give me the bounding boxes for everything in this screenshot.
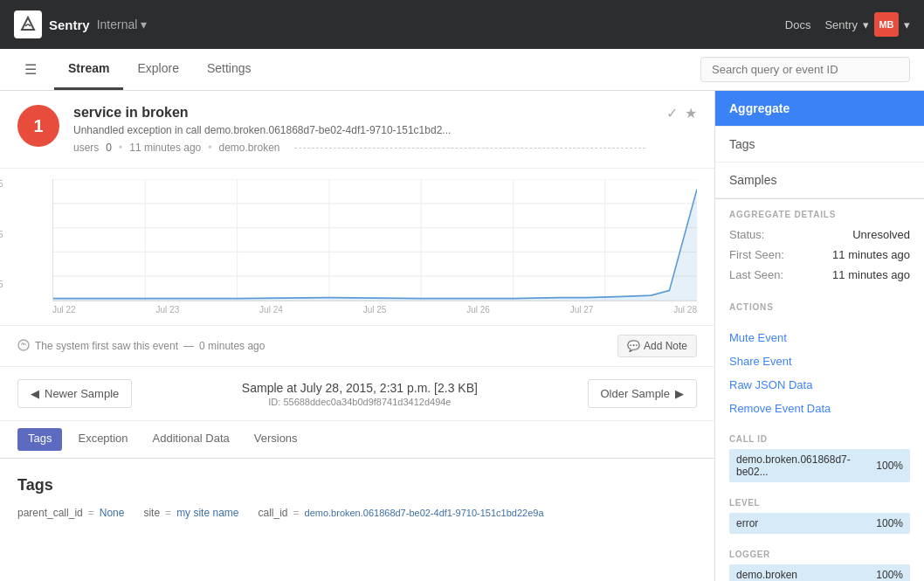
- search-input[interactable]: [700, 57, 910, 82]
- top-nav: Sentry Internal ▾ Docs Sentry ▾ MB ▾: [0, 0, 924, 49]
- sentry-logo[interactable]: Sentry: [14, 10, 90, 38]
- sidebar-nav-tags[interactable]: Tags: [715, 127, 924, 163]
- remove-event-action[interactable]: Remove Event Data: [729, 397, 910, 420]
- event-footer-left: The system first saw this event — 0 minu…: [17, 339, 265, 354]
- search-box: [700, 57, 910, 82]
- logger-label: LOGGER: [729, 550, 910, 559]
- issue-header: 1 service in broken Unhandled exception …: [0, 91, 714, 169]
- right-sidebar: Aggregate Tags Samples AGGREGATE DETAILS…: [714, 91, 924, 581]
- share-event-action[interactable]: Share Event: [729, 349, 910, 373]
- resolve-button[interactable]: ✓: [666, 105, 678, 121]
- issue-count-badge: 1: [17, 105, 59, 147]
- detail-value-last-seen: 11 minutes ago: [832, 268, 910, 281]
- call-id-section: CALL ID demo.broken.061868d7-be02... 100…: [715, 431, 924, 495]
- sample-info: Sample at July 28, 2015, 2:31 p.m. [2.3 …: [242, 381, 478, 407]
- aggregate-details-title: AGGREGATE DETAILS: [729, 210, 910, 219]
- star-button[interactable]: ★: [685, 105, 697, 121]
- tab-versions[interactable]: Versions: [242, 421, 310, 458]
- detail-row-first-seen: First Seen: 11 minutes ago: [729, 248, 910, 261]
- user-avatar: MB: [874, 12, 899, 37]
- detail-value-status: Unresolved: [852, 228, 910, 241]
- issue-title: service in broken: [73, 105, 652, 121]
- older-sample-button[interactable]: Older Sample ▶: [588, 379, 697, 408]
- detail-label-status: Status:: [729, 228, 764, 241]
- sidebar-nav-samples[interactable]: Samples: [715, 163, 924, 198]
- logger-bar: demo.broken 100%: [729, 564, 910, 581]
- tags-section: Tags parent_call_id = None site = my sit…: [0, 459, 714, 542]
- detail-label-last-seen: Last Seen:: [729, 268, 783, 281]
- tag-value-3[interactable]: demo.broken.061868d7-be02-4df1-9710-151c…: [305, 508, 544, 518]
- tag-row-parent-call-id: parent_call_id = None site = my site nam…: [17, 507, 697, 519]
- level-label: LEVEL: [729, 498, 910, 508]
- tag-eq-3: =: [293, 507, 300, 519]
- chart-x-labels: Jul 22 Jul 23 Jul 24 Jul 25 Jul 26 Jul 2…: [52, 305, 697, 315]
- tag-key-3: call_id: [258, 507, 287, 519]
- nav-left: Sentry Internal ▾: [14, 10, 147, 38]
- tab-explore[interactable]: Explore: [123, 49, 192, 90]
- chart-wrapper: 1.25 1 0.75 0.5 0.25 0: [17, 179, 697, 315]
- call-id-bar: demo.broken.061868d7-be02... 100%: [729, 449, 910, 482]
- tab-tags[interactable]: Tags: [17, 428, 62, 451]
- svg-marker-12: [53, 190, 697, 301]
- add-note-button[interactable]: 💬 Add Note: [617, 335, 697, 357]
- org-selector[interactable]: Internal ▾: [97, 17, 148, 31]
- tab-settings[interactable]: Settings: [193, 49, 265, 90]
- actions-title: ACTIONS: [729, 302, 910, 317]
- sample-title: Sample at July 28, 2015, 2:31 p.m. [2.3 …: [242, 381, 478, 395]
- level-pct: 100%: [876, 517, 903, 529]
- logger-section: LOGGER demo.broken 100%: [715, 546, 924, 581]
- raw-json-action[interactable]: Raw JSON Data: [729, 373, 910, 397]
- user-menu[interactable]: Sentry ▾ MB ▾: [824, 12, 910, 37]
- chevron-left-icon: ◀: [31, 387, 39, 400]
- tag-key-2: site: [143, 507, 160, 519]
- tag-eq: =: [88, 507, 94, 519]
- project-label: demo.broken: [219, 142, 280, 154]
- aggregate-details-section: AGGREGATE DETAILS Status: Unresolved Fir…: [715, 199, 924, 299]
- chart-y-labels: 1.25 1 0.75 0.5 0.25 0: [0, 179, 3, 315]
- docs-link[interactable]: Docs: [785, 18, 811, 31]
- content-tabs: Tags Exception Additional Data Versions: [0, 421, 714, 459]
- detail-label-first-seen: First Seen:: [729, 248, 784, 261]
- call-id-value[interactable]: demo.broken.061868d7-be02...: [736, 453, 876, 478]
- tag-key: parent_call_id: [17, 507, 83, 519]
- event-footer: The system first saw this event — 0 minu…: [0, 326, 714, 367]
- event-message: The system first saw this event: [35, 340, 178, 352]
- detail-value-first-seen: 11 minutes ago: [832, 248, 910, 261]
- main-layout: 1 service in broken Unhandled exception …: [0, 91, 924, 581]
- call-id-pct: 100%: [876, 460, 903, 472]
- newer-sample-button[interactable]: ◀ Newer Sample: [17, 379, 132, 408]
- detail-row-status: Status: Unresolved: [729, 228, 910, 241]
- tag-value[interactable]: None: [100, 507, 125, 519]
- call-id-label: CALL ID: [729, 434, 910, 444]
- sidebar-nav: Aggregate Tags Samples: [715, 91, 924, 199]
- issue-meta: users 0 • 11 minutes ago • demo.broken: [73, 142, 652, 154]
- logger-value[interactable]: demo.broken: [736, 569, 797, 581]
- chart-area: [52, 179, 697, 301]
- chat-icon: 💬: [627, 340, 640, 352]
- sample-id: ID: 55688ddec0a34b0d9f8741d3412d494e: [242, 397, 478, 407]
- detail-row-last-seen: Last Seen: 11 minutes ago: [729, 268, 910, 281]
- level-section: LEVEL error 100%: [715, 495, 924, 546]
- issue-info: service in broken Unhandled exception in…: [73, 105, 652, 154]
- sub-nav: ☰ Stream Explore Settings: [0, 49, 924, 91]
- level-bar: error 100%: [729, 513, 910, 534]
- hamburger-button[interactable]: ☰: [14, 54, 47, 85]
- content-area: 1 service in broken Unhandled exception …: [0, 91, 714, 581]
- logger-pct: 100%: [876, 569, 903, 581]
- tab-stream[interactable]: Stream: [54, 49, 123, 90]
- event-time: 0 minutes ago: [199, 340, 265, 352]
- tag-value-2[interactable]: my site name: [176, 507, 238, 519]
- event-separator: —: [183, 340, 194, 352]
- users-label: users: [73, 142, 99, 154]
- mute-event-action[interactable]: Mute Event: [729, 326, 910, 349]
- time-ago: 11 minutes ago: [129, 142, 201, 154]
- issue-actions: ✓ ★: [666, 105, 697, 121]
- users-count: 0: [106, 142, 112, 154]
- sample-nav: ◀ Newer Sample Sample at July 28, 2015, …: [0, 367, 714, 421]
- level-value[interactable]: error: [736, 517, 758, 529]
- tab-additional-data[interactable]: Additional Data: [141, 421, 242, 458]
- sidebar-nav-aggregate[interactable]: Aggregate: [715, 91, 924, 127]
- tags-title: Tags: [17, 476, 697, 495]
- event-icon: [17, 339, 30, 354]
- tab-exception[interactable]: Exception: [66, 421, 140, 458]
